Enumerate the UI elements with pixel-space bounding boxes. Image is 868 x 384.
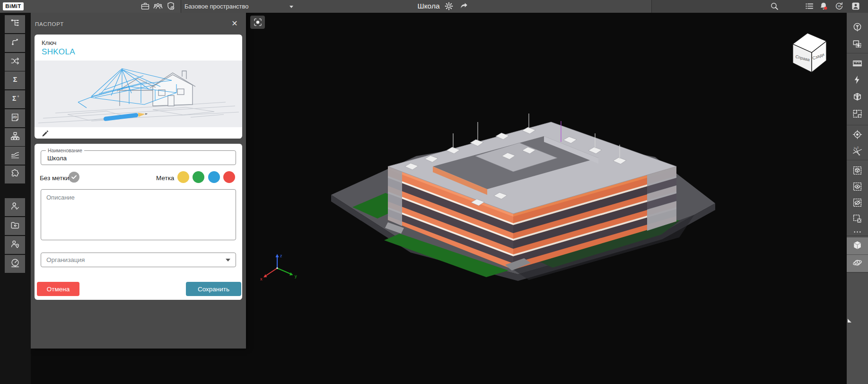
- description-field: [41, 189, 236, 240]
- tool-show-eye[interactable]: [847, 179, 868, 196]
- passport-panel: ПАСПОРТ ✕ Ключ SHKOLA: [31, 13, 246, 349]
- orbit-icon: [852, 257, 863, 270]
- gauge-icon: [10, 258, 20, 270]
- toolbar-divider: [847, 53, 868, 53]
- chevron-down-icon: [226, 259, 230, 262]
- no-tag-check-toggle[interactable]: [69, 172, 79, 183]
- close-icon[interactable]: ✕: [229, 18, 240, 29]
- svg-text:Σ: Σ: [13, 76, 17, 83]
- svg-text:Σ: Σ: [12, 95, 16, 102]
- tool-sitemap[interactable]: [5, 128, 25, 146]
- clear-selection-icon: [852, 213, 863, 226]
- focus-target-icon: [852, 129, 863, 142]
- floorplan-icon: [852, 108, 863, 121]
- share-icon[interactable]: [459, 1, 469, 11]
- description-input[interactable]: [41, 190, 236, 240]
- svg-text:2: 2: [857, 146, 859, 149]
- axis-gizmo: z x y: [254, 249, 302, 285]
- selection-area-icon: [852, 39, 863, 52]
- tool-2d-sheet[interactable]: 2D: [5, 109, 25, 127]
- gear-icon[interactable]: [444, 1, 454, 11]
- chevron-down-icon[interactable]: [289, 6, 293, 8]
- navigation-cube[interactable]: Справа Сзади: [787, 28, 833, 78]
- history-clock-icon[interactable]: 10: [834, 1, 844, 11]
- list-menu-icon[interactable]: [804, 1, 815, 11]
- key-card: Ключ SHKOLA: [35, 35, 242, 139]
- tool-user-location[interactable]: [5, 236, 25, 254]
- briefcase-icon[interactable]: [140, 1, 150, 11]
- tool-clear-selection[interactable]: [847, 211, 868, 228]
- shield-history-icon[interactable]: [166, 1, 176, 11]
- search-icon[interactable]: [769, 1, 780, 11]
- show-eye-icon: [852, 181, 863, 194]
- tool-git-branch[interactable]: [5, 34, 25, 52]
- tag-color-green[interactable]: [193, 171, 204, 183]
- tool-focus-target[interactable]: [847, 127, 868, 144]
- app-logo[interactable]: BiMiT: [3, 2, 24, 10]
- key-label: Ключ: [42, 39, 56, 46]
- top-bar: BiMiT Базовое пространство Школа 10: [0, 0, 868, 13]
- name-field[interactable]: Наименование: [41, 150, 236, 165]
- tool-solid-cube[interactable]: [847, 237, 868, 254]
- form-card: Наименование Без метки Метка: [35, 144, 242, 300]
- tool-structure-tree[interactable]: [5, 15, 25, 33]
- tag-color-blue[interactable]: [208, 171, 220, 183]
- section-cube-icon: [852, 91, 863, 104]
- tool-ruler[interactable]: [847, 55, 868, 72]
- svg-text:1: 1: [854, 147, 855, 149]
- ruler-icon: [852, 57, 863, 70]
- tool-sigma-add[interactable]: Σ+: [5, 90, 25, 108]
- git-branch-icon: [10, 37, 20, 49]
- tool-axis-numbers[interactable]: 12: [847, 144, 868, 161]
- resize-handle[interactable]: [848, 319, 851, 323]
- tool-nature-tree[interactable]: [847, 19, 868, 36]
- name-input[interactable]: [46, 154, 228, 162]
- toolbar-divider: [847, 125, 868, 125]
- line-chart-icon: [10, 149, 20, 162]
- tool-selection-area[interactable]: [847, 36, 868, 53]
- panel-title: ПАСПОРТ: [35, 21, 64, 27]
- save-button[interactable]: Сохранить: [186, 282, 241, 296]
- right-toolbar: 12: [847, 13, 868, 384]
- cancel-button[interactable]: Отмена: [37, 282, 79, 296]
- tool-shuffle[interactable]: [5, 53, 25, 71]
- focus-view-button[interactable]: [250, 16, 265, 29]
- organization-placeholder: Организация: [46, 256, 85, 263]
- tool-line-chart[interactable]: [5, 147, 25, 165]
- tool-sigma[interactable]: Σ: [5, 71, 25, 89]
- toolbar-divider: [847, 160, 868, 160]
- svg-text:10: 10: [838, 5, 841, 8]
- svg-text:2D: 2D: [12, 115, 17, 119]
- tool-isolate-cube[interactable]: [847, 163, 868, 180]
- notifications-bell-icon[interactable]: [818, 1, 829, 11]
- tool-floorplan[interactable]: [847, 106, 868, 123]
- tag-color-red[interactable]: [223, 171, 235, 183]
- tool-hide-eye[interactable]: [847, 195, 868, 212]
- tool-section-cube[interactable]: [847, 89, 868, 106]
- 2d-sheet-icon: 2D: [10, 112, 20, 124]
- tool-flash[interactable]: [847, 72, 868, 89]
- nature-tree-icon: [852, 22, 863, 35]
- left-toolbar: ΣΣ+2D: [0, 13, 31, 384]
- tag-color-yellow[interactable]: [177, 171, 189, 183]
- tool-user-check[interactable]: [5, 198, 25, 216]
- topbar-divider: [651, 0, 652, 13]
- workspace-selector[interactable]: Базовое пространство: [184, 0, 249, 13]
- tool-gauge[interactable]: [5, 255, 25, 273]
- toolbar-divider: [847, 236, 868, 236]
- tool-orbit[interactable]: [847, 255, 868, 272]
- hide-eye-icon: [852, 197, 863, 210]
- structure-tree-icon: [10, 18, 20, 30]
- account-icon[interactable]: [850, 1, 861, 11]
- edit-thumbnail-pencil-icon[interactable]: [41, 130, 49, 138]
- tool-folder-share[interactable]: [5, 217, 25, 235]
- tool-puzzle[interactable]: [5, 166, 25, 183]
- team-icon[interactable]: [153, 1, 163, 11]
- tag-label: Метка: [156, 175, 174, 182]
- topbar-mid-zone: [181, 0, 651, 13]
- sigma-add-icon: Σ+: [10, 93, 20, 105]
- user-check-icon: [10, 201, 20, 213]
- tool-more-dots[interactable]: [847, 228, 868, 237]
- organization-select[interactable]: Организация: [41, 253, 236, 267]
- tag-row: Без метки Метка: [35, 171, 242, 185]
